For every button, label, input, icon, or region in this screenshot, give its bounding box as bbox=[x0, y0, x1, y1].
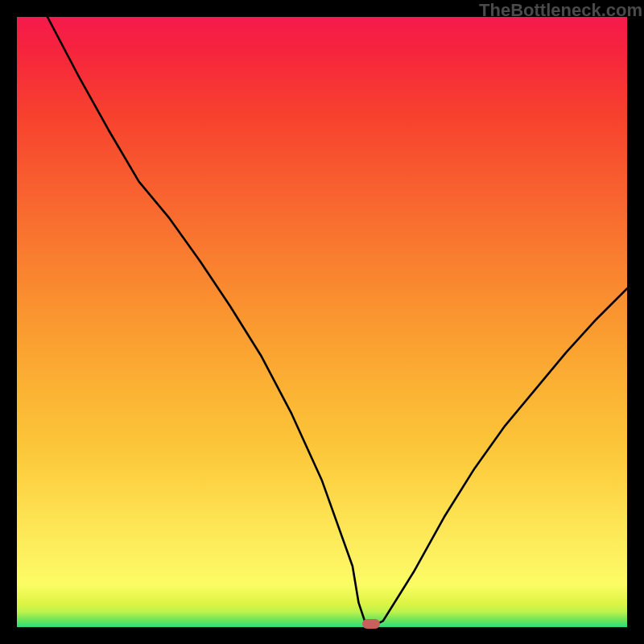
optimum-marker bbox=[362, 619, 380, 629]
bottleneck-curve bbox=[17, 17, 627, 627]
chart-frame: TheBottleneck.com bbox=[0, 0, 644, 644]
watermark-text: TheBottleneck.com bbox=[479, 0, 642, 21]
